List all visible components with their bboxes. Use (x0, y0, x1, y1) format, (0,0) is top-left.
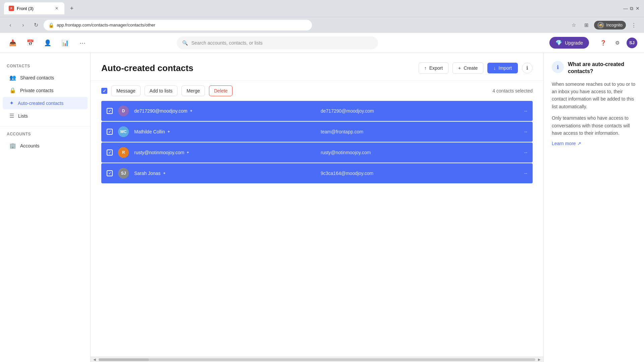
message-button[interactable]: Message (111, 85, 141, 96)
forward-button[interactable]: › (18, 20, 28, 30)
table-row[interactable]: ✓ R rusty@notinmoojoy.com ✦ rusty@notinm… (101, 142, 533, 163)
app-toolbar: 📥 📅 👤 📊 ⋯ 🔍 Search accounts, contacts, o… (0, 33, 644, 53)
nav-bar: ‹ › ↻ 🔒 app.frontapp.com/contacts-manage… (0, 17, 644, 33)
contacts-rows-container: ✓ D de717290@moodjoy.com ✦ de717290@mood… (101, 101, 533, 183)
checkmark-icon: ✓ (108, 171, 111, 176)
contacts-section-label: Contacts (0, 62, 90, 71)
accounts-section-label: Accounts (0, 130, 90, 139)
info-panel: ℹ What are auto-created contacts? When s… (543, 53, 644, 362)
export-icon: ↑ (424, 65, 427, 71)
contact-avatar-1: D (118, 106, 129, 116)
content-area: Auto-created contacts ↑ Export + Create … (91, 53, 543, 362)
scroll-right-button[interactable]: ▶ (537, 357, 542, 362)
global-search[interactable]: 🔍 Search accounts, contacts, or lists (177, 37, 378, 49)
row-checkbox-4[interactable]: ✓ (107, 170, 113, 176)
search-icon: 🔍 (182, 40, 188, 46)
add-to-lists-button[interactable]: Add to lists (145, 85, 177, 96)
contacts-table-area: ✓ Message Add to lists Merge Delete 4 co… (91, 81, 543, 357)
back-button[interactable]: ‹ (5, 20, 15, 30)
merge-icon: ✦ (167, 129, 170, 134)
sidebar-item-auto-created-contacts[interactable]: ✦ Auto-created contacts (3, 97, 88, 109)
scroll-thumb[interactable] (99, 358, 149, 361)
table-toolbar: ✓ Message Add to lists Merge Delete 4 co… (101, 81, 533, 101)
info-panel-icon: ℹ (552, 61, 564, 73)
url-text: app.frontapp.com/contacts-manager/contac… (57, 22, 155, 27)
scroll-left-button[interactable]: ◀ (92, 357, 97, 362)
contact-extra-4: -- (507, 171, 527, 176)
settings-button[interactable]: ⚙ (612, 38, 623, 48)
delete-button[interactable]: Delete (209, 85, 232, 96)
row-checkbox-3[interactable]: ✓ (107, 149, 113, 156)
table-row[interactable]: ✓ SJ Sarah Jonas ✦ 9c3ca164@moodjoy.com … (101, 163, 533, 183)
address-bar[interactable]: 🔒 app.frontapp.com/contacts-manager/cont… (44, 20, 312, 31)
contact-name-4: Sarah Jonas ✦ (134, 171, 315, 176)
info-panel-header: ℹ What are auto-created contacts? (552, 61, 636, 75)
tab-title: Front (3) (17, 6, 34, 11)
row-checkbox-1[interactable]: ✓ (107, 108, 113, 114)
create-button[interactable]: + Create (452, 62, 483, 74)
sidebar-item-label: Shared contacts (20, 75, 54, 80)
contact-name-3: rusty@notinmoojoy.com ✦ (134, 150, 315, 155)
sidebar-item-accounts[interactable]: 🏢 Accounts (3, 139, 88, 152)
browser-tab[interactable]: F Front (3) ✕ (4, 2, 64, 14)
help-button[interactable]: ❓ (598, 38, 608, 48)
contact-email-4: 9c3ca164@moodjoy.com (321, 171, 502, 176)
page-info-button[interactable]: ℹ (522, 63, 533, 73)
import-icon: ↓ (493, 65, 496, 71)
export-button[interactable]: ↑ Export (419, 62, 448, 74)
bookmark-button[interactable]: ☆ (569, 20, 579, 30)
user-avatar[interactable]: SJ (627, 38, 637, 48)
incognito-badge: 🕵 Incognito (594, 21, 626, 29)
checkmark-icon: ✓ (108, 109, 111, 113)
row-checkbox-2[interactable]: ✓ (107, 129, 113, 135)
reload-button[interactable]: ↻ (31, 20, 41, 30)
analytics-icon[interactable]: 📊 (59, 37, 71, 49)
import-button[interactable]: ↓ Import (487, 63, 518, 73)
sidebar-item-lists[interactable]: ☰ Lists (3, 110, 88, 122)
sidebar-item-label: Auto-created contacts (18, 101, 63, 106)
horizontal-scrollbar[interactable]: ◀ ▶ (91, 357, 543, 362)
more-apps-icon[interactable]: ⋯ (76, 37, 89, 49)
select-all-checkbox[interactable]: ✓ (101, 88, 107, 94)
header-actions: ↑ Export + Create ↓ Import ℹ (419, 62, 533, 74)
contacts-icon[interactable]: 👤 (42, 37, 54, 49)
sidebar-item-private-contacts[interactable]: 🔒 Private contacts (3, 84, 88, 97)
contact-extra-1: -- (507, 108, 527, 114)
contact-extra-3: -- (507, 150, 527, 155)
minimize-button[interactable]: — (623, 6, 628, 11)
extensions-button[interactable]: ⊞ (581, 20, 591, 30)
new-tab-button[interactable]: + (67, 4, 76, 13)
lock-icon: 🔒 (48, 22, 54, 28)
maximize-button[interactable]: ⧉ (629, 6, 634, 11)
table-row[interactable]: ✓ D de717290@moodjoy.com ✦ de717290@mood… (101, 101, 533, 121)
info-panel-body-2: Only teammates who have access to conver… (552, 114, 636, 137)
contact-email-3: rusty@notinmoojoy.com (321, 150, 502, 155)
merge-icon: ✦ (190, 109, 193, 113)
tab-favicon: F (9, 6, 14, 11)
inbox-icon[interactable]: 📥 (7, 37, 19, 49)
private-contacts-icon: 🔒 (9, 87, 16, 94)
contact-avatar-3: R (118, 147, 129, 158)
info-panel-body-1: When someone reaches out to you or to an… (552, 80, 636, 111)
close-button[interactable]: ✕ (635, 6, 640, 11)
tab-close-button[interactable]: ✕ (54, 5, 60, 11)
learn-more-link[interactable]: Learn more ↗ (552, 141, 636, 146)
sidebar-item-shared-contacts[interactable]: 👥 Shared contacts (3, 71, 88, 84)
create-icon: + (458, 65, 461, 71)
merge-button[interactable]: Merge (181, 85, 205, 96)
diamond-icon: 💎 (555, 40, 562, 46)
calendar-icon[interactable]: 📅 (24, 37, 36, 49)
contact-avatar-4: SJ (118, 168, 129, 179)
sidebar-item-label: Private contacts (20, 88, 54, 93)
page-title: Auto-created contacts (101, 63, 194, 73)
table-row[interactable]: ✓ MC Mathilde Collin ✦ team@frontapp.com… (101, 122, 533, 142)
contact-avatar-2: MC (118, 126, 129, 137)
upgrade-button[interactable]: 💎 Upgrade (549, 37, 589, 49)
selected-count: 4 contacts selected (492, 88, 533, 94)
contact-email-1: de717290@moodjoy.com (321, 108, 502, 114)
incognito-icon: 🕵 (597, 22, 604, 28)
more-button[interactable]: ⋮ (629, 20, 639, 30)
sidebar: Contacts 👥 Shared contacts 🔒 Private con… (0, 53, 91, 362)
checkmark-icon: ✓ (108, 130, 111, 134)
merge-icon: ✦ (186, 150, 190, 155)
